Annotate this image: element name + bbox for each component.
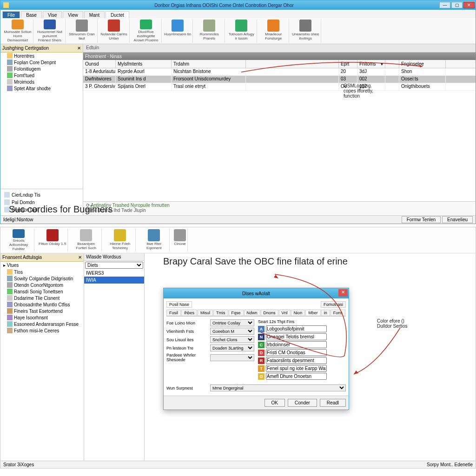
color-row[interactable]: A (258, 325, 346, 332)
tree-item[interactable]: Tlos (7, 269, 84, 275)
ribbon-button-1[interactable]: Hosoremet Nut punumnt Friened Shers (34, 19, 66, 43)
column-header[interactable]: Eprt (339, 60, 357, 68)
column-header[interactable]: Trdahm (172, 60, 246, 68)
color-label-input[interactable] (266, 349, 327, 356)
column-header[interactable] (385, 60, 399, 68)
color-row[interactable]: R (258, 357, 346, 364)
ribbon-button-2[interactable]: Stinvornm Cran taut (66, 19, 98, 43)
color-label-input[interactable] (266, 357, 327, 364)
tree-section-caret[interactable]: ▸ Vtues (0, 262, 84, 269)
dialog-close-button[interactable]: ✕ (338, 289, 348, 297)
table-row[interactable]: 1-8 AeduriautusRyprde AourlNicshtan Bnis… (83, 68, 476, 76)
color-label-input[interactable] (266, 373, 327, 380)
ok-button[interactable]: OK (264, 399, 285, 407)
field-select[interactable]: Doaden 3Larting (210, 344, 254, 351)
tab-ductet[interactable]: Ductet (106, 11, 129, 18)
tree-item[interactable]: Otendn ConorNtgontom (7, 282, 84, 288)
tab-base[interactable]: Base (21, 11, 42, 18)
tree-close-lower-icon[interactable]: ✕ (78, 255, 82, 260)
field-select[interactable]: Ontrtee Coslay (210, 319, 254, 326)
ribbon-button-5[interactable]: Hosrrimesem tin (163, 19, 193, 43)
field-select[interactable] (210, 354, 254, 361)
tree-footer-item[interactable]: CierLndup Tis (2, 191, 81, 198)
tab-view[interactable]: View (63, 11, 83, 18)
tree-item[interactable]: Onbosadnthe Muntlo Ctfiss (7, 301, 84, 308)
ribbon-button-3[interactable]: Hierne Fdeh Tesheirey (105, 229, 136, 251)
table-row[interactable]: 3 P. GhodersivensSpijanis OrerlTrasl oni… (83, 83, 476, 91)
column-header[interactable]: Fnginselee (399, 60, 446, 68)
tree-item[interactable]: Dsdarime Tlie Cisnent (7, 295, 84, 301)
dialog-subtab[interactable]: Ihbes (181, 310, 197, 316)
dialog-subtab[interactable]: in (321, 310, 330, 316)
color-row[interactable]: O (258, 373, 346, 380)
column-header[interactable] (246, 60, 339, 68)
color-label-input[interactable] (266, 325, 327, 332)
tree-item[interactable]: Fsthon misi-le Ceeres (7, 327, 84, 334)
column-header[interactable]: Ounsd (83, 60, 116, 68)
conder-button[interactable]: Conder (288, 399, 317, 407)
dialog-subtab[interactable]: Misul (198, 310, 213, 316)
dialog-tab-main[interactable]: Posil Nase (166, 301, 192, 308)
ribbon-button-4[interactable]: Itwe Rter Eqernent (139, 229, 170, 251)
column-header[interactable]: Mylsfmtents (116, 60, 172, 68)
ribbon-button-2[interactable]: Bssantpen Forttet Soch (71, 229, 102, 251)
tree-item[interactable]: Mroimods (7, 79, 83, 85)
field-select[interactable]: Goeebon M (210, 328, 254, 335)
color-row[interactable]: T (258, 365, 346, 372)
color-label-input[interactable] (266, 365, 327, 372)
dialog-subtab[interactable]: Ndwn (244, 310, 260, 316)
ribbon-button-0[interactable]: Sreods Adbondnay Fubliter (3, 229, 34, 251)
color-row[interactable]: N (258, 333, 346, 340)
status-button-2[interactable]: Enavelieu (442, 216, 473, 223)
ribbon-button-7[interactable]: Totnosm Artugy ir Isssin (226, 19, 257, 43)
ribbon-button-3[interactable]: Notandal Carins Untan (99, 19, 130, 43)
ribbon-button-6[interactable]: Rommndes Prarets (194, 19, 225, 43)
table-row[interactable]: DwfnitwioresSouninit Ins dFrorsoont Unis… (83, 76, 476, 83)
minimize-button[interactable]: — (439, 2, 450, 8)
list-item[interactable]: IWIA (84, 277, 144, 284)
tree-item[interactable]: Horentres (7, 53, 83, 59)
tree-footer-item[interactable]: Ourstior Tasl (2, 206, 81, 213)
tab-vise[interactable]: Vise (43, 11, 62, 18)
dialog-subtab[interactable]: Fons (331, 310, 345, 316)
dialog-subtab[interactable]: Fqse (229, 310, 244, 316)
tree-item[interactable]: Haye Isoorhnsnt (7, 314, 84, 321)
bottom-field-select[interactable]: Mrne Dngerginal (210, 384, 346, 391)
color-row[interactable]: C (258, 341, 346, 348)
dialog-subtab[interactable]: Dnons (261, 310, 278, 316)
ribbon-button-9[interactable]: Uneanstno shee ibotings (290, 19, 321, 43)
tree-item[interactable]: Sptet Altar shodte (7, 85, 83, 92)
list-item[interactable]: IWERS3 (84, 270, 144, 277)
ribbon-button-8[interactable]: Mnadeour Fonsturge (258, 19, 289, 43)
tree-item[interactable]: Sowity Colgandie Didgrisotin (7, 275, 84, 282)
status-button-1[interactable]: Formw Tenlen (402, 216, 441, 223)
tree-item[interactable]: Foplan Core Denpnt (7, 59, 83, 66)
color-label-input[interactable] (266, 333, 327, 340)
item-list-filter[interactable]: Diets (85, 262, 143, 269)
tree-close-icon[interactable]: ✕ (77, 46, 81, 51)
dialog-subtab[interactable]: Mber (305, 310, 321, 316)
tree-item[interactable]: Fineirs Tast Esetorttend (7, 308, 84, 314)
column-header[interactable]: Fnitoms ▾ (357, 60, 385, 68)
ribbon-button-1[interactable]: Fitton Obday 1.5 (37, 229, 68, 251)
tree-item[interactable]: Fomt'tued (7, 72, 83, 79)
color-label-input[interactable] (266, 341, 327, 348)
tree-footer-item[interactable]: Pal Domdn (2, 198, 81, 206)
grid-body[interactable]: 1-8 AeduriautusRyprde AourlNicshtan Bnis… (83, 68, 476, 201)
dialog-subtab[interactable]: Vnl (279, 310, 291, 316)
ribbon-button-5[interactable]: Cinone (172, 229, 188, 251)
field-select[interactable]: Snchet Clons (210, 336, 254, 343)
color-row[interactable]: D (258, 349, 346, 356)
tab-file[interactable]: File (2, 11, 20, 18)
dialog-subtab[interactable]: Nion (291, 310, 305, 316)
tree-item[interactable]: Ransdi Sonig Tonettsen (7, 288, 84, 295)
tab-mant[interactable]: Mant (84, 11, 105, 18)
tree-item[interactable]: Essoneed Andanrarsspn Fesse (7, 321, 84, 327)
dialog-tab-secondary[interactable]: Fomotnasi (321, 301, 346, 308)
ribbon-button-4[interactable]: Dlod/Roe eustingette Arowri Proemn (131, 19, 162, 43)
readl-button[interactable]: Readl (320, 399, 346, 407)
maximize-button[interactable]: ▢ (451, 2, 463, 8)
tree-item[interactable]: Folonitiugem (7, 66, 83, 72)
dialog-subtab[interactable]: Tmis (213, 310, 228, 316)
close-button[interactable]: ✕ (463, 2, 475, 8)
